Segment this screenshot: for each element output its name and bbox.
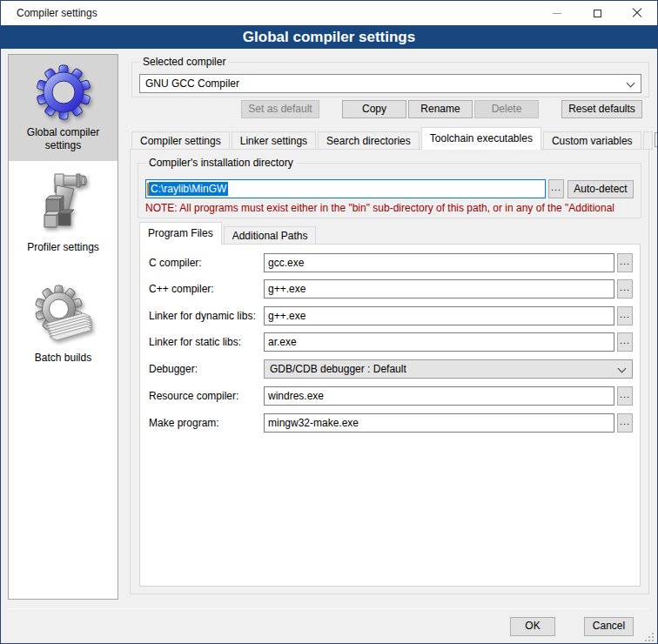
copy-button[interactable]: Copy xyxy=(342,100,406,118)
field-label: Resource compiler: xyxy=(149,390,264,402)
blue-gear-icon xyxy=(9,63,118,122)
close-button[interactable] xyxy=(617,1,657,25)
program-files-panel: C compiler: ... C++ compiler: ... Linker… xyxy=(139,244,641,587)
compiler-select-value: GNU GCC Compiler xyxy=(145,77,239,90)
tab-scroll-left-button[interactable] xyxy=(655,132,658,147)
field-label: Make program: xyxy=(149,417,264,429)
browse-resource-compiler-button[interactable]: ... xyxy=(617,386,633,406)
tab-toolchain-executables[interactable]: Toolchain executables xyxy=(421,127,541,150)
selected-compiler-legend: Selected compiler xyxy=(139,56,229,68)
tab-custom-variables[interactable]: Custom variables xyxy=(543,131,641,150)
toolchain-executables-panel: Compiler's installation directory C:\ray… xyxy=(130,149,649,594)
delete-button[interactable]: Delete xyxy=(474,100,539,118)
sidebar-item-label: Batch builds xyxy=(9,352,118,373)
field-row-resource-compiler: Resource compiler: ... xyxy=(149,386,633,406)
maximize-icon xyxy=(594,10,601,17)
dialog-banner-title: Global compiler settings xyxy=(1,25,657,49)
field-row-cpp-compiler: C++ compiler: ... xyxy=(149,279,633,299)
sidebar-item-batch-builds[interactable]: Batch builds xyxy=(9,275,118,373)
c-compiler-input[interactable] xyxy=(264,253,614,272)
cancel-button[interactable]: Cancel xyxy=(584,617,634,636)
chevron-down-icon xyxy=(618,365,627,373)
sidebar-item-profiler-settings[interactable]: Profiler settings xyxy=(9,163,118,263)
field-label: Linker for static libs: xyxy=(149,336,264,348)
tab-additional-paths[interactable]: Additional Paths xyxy=(224,226,317,245)
field-row-debugger: Debugger: GDB/CDB debugger : Default xyxy=(149,359,633,379)
minimize-button[interactable] xyxy=(537,1,577,25)
compiler-settings-dialog: Compiler settings Global compiler settin… xyxy=(0,0,658,644)
browse-cpp-compiler-button[interactable]: ... xyxy=(617,279,633,299)
field-row-dynamic-linker: Linker for dynamic libs: ... xyxy=(149,306,633,325)
sidebar-item-label: Global compiler settings xyxy=(9,126,118,161)
footer-divider xyxy=(9,608,649,609)
set-as-default-button[interactable]: Set as default xyxy=(241,100,319,118)
debugger-select[interactable]: GDB/CDB debugger : Default xyxy=(264,359,633,379)
resize-grip[interactable] xyxy=(643,631,654,641)
field-label: Debugger: xyxy=(149,363,264,375)
dialog-body: Global compiler settings xyxy=(1,49,657,643)
installation-directory-value: C:\raylib\MinGW xyxy=(149,182,228,196)
tab-program-files[interactable]: Program Files xyxy=(139,222,222,245)
tab-compiler-settings[interactable]: Compiler settings xyxy=(131,131,230,150)
compiler-action-buttons: Set as default Copy Rename Delete Reset … xyxy=(131,100,649,118)
ok-button[interactable]: OK xyxy=(510,617,555,636)
debugger-select-value: GDB/CDB debugger : Default xyxy=(270,363,406,375)
selected-compiler-group: Selected compiler GNU GCC Compiler xyxy=(131,62,649,97)
title-bar[interactable]: Compiler settings xyxy=(1,1,657,25)
tab-search-directories[interactable]: Search directories xyxy=(318,131,420,150)
caliper-icon xyxy=(9,171,118,237)
field-label: Linker for dynamic libs: xyxy=(149,310,264,322)
make-program-input[interactable] xyxy=(264,413,614,433)
browse-make-program-button[interactable]: ... xyxy=(617,413,633,433)
resource-compiler-input[interactable] xyxy=(264,386,614,406)
settings-tab-strip: Compiler settings Linker settings Search… xyxy=(131,130,649,150)
program-files-tab-strip: Program Files Additional Paths xyxy=(139,225,640,245)
installation-directory-group: Compiler's installation directory C:\ray… xyxy=(138,163,641,218)
field-label: C compiler: xyxy=(149,257,264,269)
field-row-make-program: Make program: ... xyxy=(149,413,633,433)
auto-detect-button[interactable]: Auto-detect xyxy=(567,180,634,198)
minimize-icon xyxy=(553,13,561,14)
window-title: Compiler settings xyxy=(1,7,537,19)
reset-defaults-button[interactable]: Reset defaults xyxy=(561,100,642,118)
tab-build-options[interactable]: Build o xyxy=(643,131,653,150)
compiler-select[interactable]: GNU GCC Compiler xyxy=(139,74,641,93)
field-row-c-compiler: C compiler: ... xyxy=(149,253,633,272)
field-row-static-linker: Linker for static libs: ... xyxy=(149,332,633,352)
settings-category-list: Global compiler settings xyxy=(8,54,118,600)
maximize-button[interactable] xyxy=(577,1,617,25)
static-linker-input[interactable] xyxy=(264,332,614,352)
bin-subdirectory-note: NOTE: All programs must exist either in … xyxy=(145,202,639,214)
close-icon xyxy=(632,8,642,18)
browse-static-linker-button[interactable]: ... xyxy=(617,332,633,352)
browse-c-compiler-button[interactable]: ... xyxy=(617,253,633,272)
rename-button[interactable]: Rename xyxy=(408,100,473,118)
browse-dynamic-linker-button[interactable]: ... xyxy=(617,306,633,325)
browse-directory-button[interactable]: ... xyxy=(548,179,564,198)
gear-stack-icon xyxy=(9,283,118,347)
cpp-compiler-input[interactable] xyxy=(264,279,614,299)
installation-directory-legend: Compiler's installation directory xyxy=(145,157,297,169)
installation-directory-input[interactable]: C:\raylib\MinGW xyxy=(145,179,546,198)
dynamic-linker-input[interactable] xyxy=(264,306,614,325)
sidebar-item-label: Profiler settings xyxy=(9,241,118,263)
chevron-down-icon xyxy=(627,79,635,88)
tab-linker-settings[interactable]: Linker settings xyxy=(232,131,316,150)
field-label: C++ compiler: xyxy=(149,283,264,295)
sidebar-item-global-compiler-settings[interactable]: Global compiler settings xyxy=(9,55,118,161)
